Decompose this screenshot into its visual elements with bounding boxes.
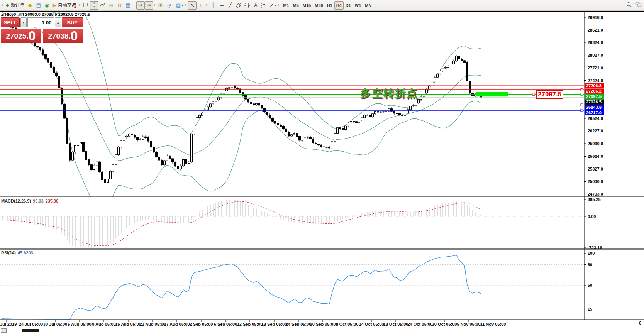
volume-decrease-button[interactable]: ▼ <box>20 17 27 27</box>
bollinger-lower-band <box>2 24 481 208</box>
sell-price[interactable]: 27025.0 <box>1 29 41 43</box>
macd-axis-label: -723.16 <box>588 245 602 250</box>
rsi-axis-label: 50 <box>588 283 592 287</box>
bull-candle <box>120 141 122 147</box>
bear-candle <box>185 159 187 163</box>
bull-candle <box>110 171 112 179</box>
bull-candle <box>307 137 309 137</box>
bear-candle <box>47 58 49 62</box>
bear-candle <box>91 165 93 170</box>
bear-candle <box>366 115 368 115</box>
periods-button[interactable]: ◷▾ <box>166 1 175 10</box>
bar-chart-button[interactable] <box>81 1 90 10</box>
fibonacci-button[interactable]: F <box>243 1 251 10</box>
line-chart-icon <box>100 2 105 8</box>
price-line-tag[interactable]: 27097.5 <box>536 90 563 99</box>
auto-scroll-icon: ↦ <box>138 2 142 8</box>
bull-candle <box>118 147 120 155</box>
profile-button[interactable]: ◆ <box>26 1 34 10</box>
autotrade-button[interactable]: ▶自动交易 <box>51 1 78 10</box>
arrows-button[interactable]: ↗▾ <box>268 1 277 10</box>
equidistant-channel-button[interactable]: E <box>234 1 243 10</box>
bull-candle <box>302 140 303 140</box>
bear-candle <box>299 136 301 140</box>
text-button[interactable]: A <box>251 1 260 10</box>
buy-button[interactable]: BUY <box>62 17 83 27</box>
timeframe-button-h4[interactable]: H4 <box>334 1 344 10</box>
trendline-icon: ╱ <box>229 2 232 8</box>
sell-price-main: 27025. <box>6 30 28 42</box>
sell-button[interactable]: SELL <box>1 17 20 27</box>
auto-scroll-button[interactable]: ↦ <box>136 1 145 10</box>
bull-candle <box>372 114 374 117</box>
main-price-pane[interactable] <box>0 0 584 208</box>
timeframe-button-mn[interactable]: MN <box>363 1 373 10</box>
zoom-out-button[interactable]: ⊖ <box>115 1 124 10</box>
trendline-button[interactable]: ╱ <box>226 1 234 10</box>
chevron-down-icon[interactable]: ▾ <box>163 3 165 7</box>
timeframe-button-d1[interactable]: D1 <box>344 1 353 10</box>
chevron-down-icon[interactable]: ▾ <box>275 3 276 7</box>
bear-candle <box>83 142 85 151</box>
price-axis-label: 24733.0 <box>588 192 603 196</box>
tile-windows-button[interactable]: ▦ <box>124 1 132 10</box>
chart-tab-icon[interactable] <box>1 328 7 333</box>
vertical-line-button[interactable]: │ <box>209 1 217 10</box>
timeframe-button-m1[interactable]: M1 <box>281 1 291 10</box>
toolbar: +新订单◆▤◉▶自动交易⊕⊖▦↦↠⊞▾◷▾▨▾↖+│─╱EFAT↗▾M1M5M1… <box>0 0 644 11</box>
bear-candle <box>393 111 395 113</box>
indicators-button[interactable]: ⊞▾ <box>157 1 166 10</box>
bear-candle <box>37 46 39 47</box>
price-axis[interactable]: 28918.028621.028324.028027.027721.027424… <box>584 15 604 311</box>
bull-candle <box>385 111 387 112</box>
bull-candle <box>188 162 190 163</box>
search-icon[interactable] <box>626 2 632 9</box>
line-chart-button[interactable] <box>98 1 107 10</box>
highlight-zone-bar[interactable] <box>476 92 508 96</box>
new-order-icon: + <box>6 2 9 8</box>
bull-candle <box>347 123 349 126</box>
templates-button[interactable]: ▨▾ <box>175 1 184 10</box>
timeframe-button-m15[interactable]: M15 <box>301 1 313 10</box>
bear-candle <box>320 145 322 147</box>
bear-candle <box>34 43 36 46</box>
profile-icon: ◆ <box>28 2 32 8</box>
market-watch-button[interactable]: ▤ <box>34 1 43 10</box>
timeframe-button-m30[interactable]: M30 <box>313 1 325 10</box>
timeframe-button-w1[interactable]: W1 <box>353 1 363 10</box>
timeframe-button-h1[interactable]: H1 <box>325 1 334 10</box>
chevron-down-icon[interactable]: ▾ <box>172 3 174 7</box>
date-axis-label: 15 Aug 05:00 <box>115 322 141 326</box>
chart-shift-button[interactable]: ↠ <box>145 1 153 10</box>
new-order-button[interactable]: +新订单 <box>5 1 26 10</box>
macd-main-value: 96.03 <box>33 199 44 203</box>
bull-candle <box>129 134 130 136</box>
volume-increase-button[interactable]: ▲ <box>55 17 61 27</box>
macd-pane[interactable] <box>0 199 584 248</box>
bull-candle <box>215 100 217 102</box>
bear-candle <box>56 73 58 76</box>
chart-canvas[interactable]: 28918.028621.028324.028027.027721.027424… <box>0 0 644 333</box>
chart-symbol-title: ◢ HK50-,H4 26963.0 27088.5 26920.5 27026… <box>1 12 90 17</box>
rsi-pane[interactable] <box>0 255 584 319</box>
bull-candle <box>191 134 193 162</box>
chart-annotation-text[interactable]: 多空转折点 <box>360 86 418 101</box>
bull-candle <box>229 88 230 88</box>
timeframe-button-m5[interactable]: M5 <box>291 1 301 10</box>
chat-icon[interactable] <box>635 2 642 9</box>
volume-input[interactable]: 1.00 <box>27 17 54 27</box>
date-axis[interactable]: 3 Jul 201924 Jul 05:0030 Jul 05:005 Aug … <box>0 320 641 326</box>
bear-candle <box>137 137 139 140</box>
signals-button[interactable]: ◉ <box>43 1 51 10</box>
chevron-down-icon[interactable]: ▾ <box>181 3 183 7</box>
price-axis-label: 28324.0 <box>588 40 603 45</box>
buy-price[interactable]: 27038.0 <box>43 29 83 43</box>
cursor-button[interactable]: ↖ <box>188 1 197 10</box>
date-axis-label: 21 Aug 05:00 <box>139 322 165 326</box>
price-axis-label: 25624.0 <box>588 154 603 159</box>
candlestick-button[interactable] <box>90 1 98 10</box>
text-label-button[interactable]: T <box>260 1 268 10</box>
horizontal-line-button[interactable]: ─ <box>217 1 226 10</box>
zoom-in-button[interactable]: ⊕ <box>107 1 115 10</box>
crosshair-button[interactable]: + <box>197 1 205 10</box>
